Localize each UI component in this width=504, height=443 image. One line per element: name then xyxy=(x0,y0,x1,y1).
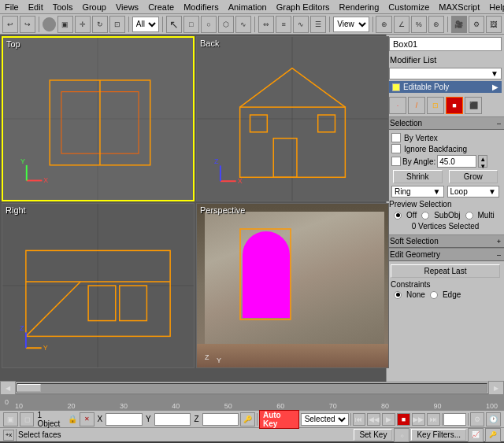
select-region-btn[interactable]: ▣ xyxy=(57,16,73,33)
layer-btn[interactable]: ☰ xyxy=(310,16,326,33)
repeat-last-btn[interactable]: Repeat Last xyxy=(391,264,500,278)
element-btn[interactable]: ⬛ xyxy=(465,97,482,114)
prev-frame-btn[interactable]: ⏮ xyxy=(353,413,366,426)
subobj-radio[interactable] xyxy=(421,212,429,220)
edge-btn[interactable]: / xyxy=(408,97,425,114)
mini-curve-icon[interactable]: 📈 xyxy=(468,428,484,442)
move-btn[interactable]: ✛ xyxy=(75,16,91,33)
timeline-slider[interactable] xyxy=(17,383,487,393)
edge-radio[interactable] xyxy=(430,291,438,299)
edge-label: Edge xyxy=(443,290,461,299)
by-angle-checkbox[interactable] xyxy=(391,157,401,166)
poly-btn[interactable]: ■ xyxy=(446,97,463,114)
menu-modifiers[interactable]: Modifiers xyxy=(179,2,224,12)
selection-section-bar[interactable]: Selection – xyxy=(387,116,504,130)
by-vertex-checkbox[interactable] xyxy=(391,133,401,142)
menu-tools[interactable]: Tools xyxy=(48,2,78,12)
rotate-btn[interactable]: ↻ xyxy=(92,16,108,33)
snap-toggle[interactable]: ⊕ xyxy=(376,16,391,33)
by-angle-spinner[interactable]: ▲▼ xyxy=(478,155,487,168)
persp-scene: Z Y xyxy=(197,204,388,367)
timeline-thumb[interactable] xyxy=(17,384,41,392)
vertex-btn[interactable]: · xyxy=(389,97,406,114)
menu-customize[interactable]: Customize xyxy=(384,2,434,12)
viewport-perspective[interactable]: Perspective Z Y xyxy=(196,203,389,368)
keying-icon[interactable]: ⚙ xyxy=(470,412,485,426)
viewport-back[interactable]: Back X Z xyxy=(196,36,389,201)
ring-dropdown[interactable]: Ring ▼ xyxy=(391,186,444,198)
viewport-top[interactable]: Top X Y xyxy=(2,36,195,201)
circle-select[interactable]: ○ xyxy=(201,16,217,33)
scale-btn[interactable]: ⊡ xyxy=(109,16,125,33)
render-setup[interactable]: ⚙ xyxy=(469,16,484,33)
play-btn[interactable]: ▶ xyxy=(382,413,395,426)
grow-btn[interactable]: Grow xyxy=(449,170,498,183)
frame-input[interactable] xyxy=(443,413,465,426)
selection-mode-icon[interactable]: ▣ xyxy=(3,412,18,426)
render-btn[interactable]: 🎥 xyxy=(451,16,467,33)
off-radio[interactable] xyxy=(394,212,402,220)
spinner-snap[interactable]: ⊛ xyxy=(428,16,444,33)
border-btn[interactable]: ⊡ xyxy=(427,97,444,114)
percent-snap[interactable]: % xyxy=(411,16,427,33)
auto-key-btn[interactable]: Auto Key xyxy=(259,410,299,429)
select-obj-btn[interactable] xyxy=(43,17,55,31)
set-key-icon[interactable]: ⬦ xyxy=(394,428,410,442)
curve-btn[interactable]: ∿ xyxy=(293,16,309,33)
mini-key-icon[interactable]: 🔑 xyxy=(485,428,501,442)
align-btn[interactable]: ≡ xyxy=(276,16,291,33)
menu-views[interactable]: Views xyxy=(111,2,143,12)
soft-selection-bar[interactable]: Soft Selection + xyxy=(387,234,504,248)
shrink-btn[interactable]: Shrink xyxy=(393,170,443,183)
ignore-backfacing-checkbox[interactable] xyxy=(391,144,401,153)
selected-dropdown[interactable]: Selected xyxy=(301,413,349,426)
none-radio[interactable] xyxy=(394,291,402,299)
prev-key-btn[interactable]: ◀◀ xyxy=(367,413,380,426)
y-field[interactable] xyxy=(154,413,191,426)
mirror-btn[interactable]: ⇔ xyxy=(258,16,274,33)
menu-edit[interactable]: Edit xyxy=(24,2,48,12)
timeline-next-btn[interactable]: ▶ xyxy=(488,381,504,395)
viewport-right[interactable]: Right Y Z xyxy=(2,203,195,368)
anim-mode-icon[interactable]: ◻ xyxy=(20,412,35,426)
select-filter[interactable]: All xyxy=(132,17,159,32)
set-key-btn[interactable]: Set Key xyxy=(354,429,392,441)
lock-icon[interactable]: 🔒 xyxy=(68,414,78,425)
menu-graph-editors[interactable]: Graph Editors xyxy=(272,2,335,12)
by-angle-value[interactable]: 45.0 xyxy=(437,155,476,168)
object-name-field[interactable]: Box01 xyxy=(389,37,502,51)
stop-btn[interactable]: ■ xyxy=(397,413,410,426)
angle-snap[interactable]: ∠ xyxy=(394,16,410,33)
modifier-dropdown[interactable]: ▼ xyxy=(389,68,502,79)
loop-dropdown[interactable]: Loop ▼ xyxy=(447,186,500,198)
multi-radio[interactable] xyxy=(465,212,473,220)
menu-file[interactable]: File xyxy=(0,2,24,12)
undo-btn[interactable]: ↩ xyxy=(2,16,18,33)
key-filters-btn[interactable]: Key Filters... xyxy=(411,429,466,441)
timeline-prev-btn[interactable]: ◀ xyxy=(0,381,16,395)
editable-poly-entry[interactable]: Editable Poly ▶ xyxy=(389,81,502,93)
select-arrow[interactable]: ↖ xyxy=(166,16,182,33)
sb-indicator[interactable]: +x xyxy=(3,430,14,441)
menu-animation[interactable]: Animation xyxy=(224,2,272,12)
edit-geometry-bar[interactable]: Edit Geometry – xyxy=(387,248,504,261)
close-icon[interactable]: ✕ xyxy=(80,412,94,426)
x-field[interactable] xyxy=(106,413,143,426)
menu-group[interactable]: Group xyxy=(77,2,111,12)
next-key-btn[interactable]: ▶▶ xyxy=(412,413,425,426)
redo-btn[interactable]: ↪ xyxy=(20,16,35,33)
loop-arrow: ▼ xyxy=(488,187,496,196)
z-field[interactable] xyxy=(202,413,239,426)
view-select[interactable]: View xyxy=(333,17,369,32)
menu-rendering[interactable]: Rendering xyxy=(335,2,384,12)
lasso-select[interactable]: ∿ xyxy=(235,16,251,33)
key-icon[interactable]: 🔑 xyxy=(240,412,255,426)
next-frame-btn[interactable]: ⏭ xyxy=(427,413,440,426)
time-config-icon[interactable]: 🕐 xyxy=(486,412,501,426)
render-frame[interactable]: 🖼 xyxy=(486,16,502,33)
menu-maxscript[interactable]: MAXScript xyxy=(434,2,484,12)
fence-select[interactable]: ⬡ xyxy=(218,16,234,33)
rect-select[interactable]: □ xyxy=(183,16,199,33)
menu-create[interactable]: Create xyxy=(143,2,179,12)
menu-help[interactable]: Help xyxy=(484,2,504,12)
